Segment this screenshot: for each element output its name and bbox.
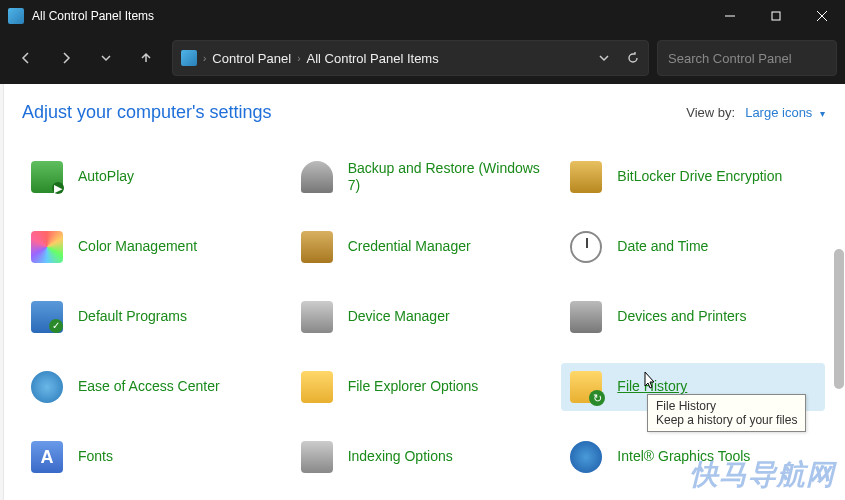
window-title: All Control Panel Items: [32, 9, 707, 23]
item-fonts[interactable]: AFonts: [22, 433, 286, 481]
tooltip-title: File History: [656, 399, 797, 413]
item-label: Color Management: [78, 238, 197, 256]
search-input[interactable]: [668, 51, 836, 66]
item-label: Default Programs: [78, 308, 187, 326]
item-label: Ease of Access Center: [78, 378, 220, 396]
close-button[interactable]: [799, 0, 845, 32]
color-icon: [30, 230, 64, 264]
default-icon: [30, 300, 64, 334]
item-devprint[interactable]: Devices and Printers: [561, 293, 825, 341]
devprint-icon: [569, 300, 603, 334]
app-icon: [8, 8, 24, 24]
tooltip: File History Keep a history of your file…: [647, 394, 806, 432]
item-date[interactable]: Date and Time: [561, 223, 825, 271]
svg-rect-1: [772, 12, 780, 20]
address-bar[interactable]: › Control Panel › All Control Panel Item…: [172, 40, 649, 76]
item-label: Backup and Restore (Windows 7): [348, 160, 548, 195]
breadcrumb-control-panel[interactable]: Control Panel: [212, 51, 291, 66]
search-box[interactable]: [657, 40, 837, 76]
item-label: File Explorer Options: [348, 378, 479, 396]
viewby-label: View by:: [686, 105, 735, 120]
ease-icon: [30, 370, 64, 404]
date-icon: [569, 230, 603, 264]
item-device[interactable]: Device Manager: [292, 293, 556, 341]
tooltip-desc: Keep a history of your files: [656, 413, 797, 427]
titlebar: All Control Panel Items: [0, 0, 845, 32]
folder-icon: [300, 370, 334, 404]
recent-dropdown[interactable]: [88, 40, 124, 76]
fonts-icon: A: [30, 440, 64, 474]
items-grid: AutoPlayBackup and Restore (Windows 7)Bi…: [22, 153, 825, 500]
breadcrumb-all-items[interactable]: All Control Panel Items: [306, 51, 438, 66]
intel-icon: [569, 440, 603, 474]
header-row: Adjust your computer's settings View by:…: [22, 102, 825, 123]
filehist-icon: [569, 370, 603, 404]
item-label: AutoPlay: [78, 168, 134, 186]
index-icon: [300, 440, 334, 474]
control-panel-icon: [181, 50, 197, 66]
item-bitlocker[interactable]: BitLocker Drive Encryption: [561, 153, 825, 201]
item-label: BitLocker Drive Encryption: [617, 168, 782, 186]
item-label: Date and Time: [617, 238, 708, 256]
item-label: Indexing Options: [348, 448, 453, 466]
scrollbar-thumb[interactable]: [834, 249, 844, 389]
item-autoplay[interactable]: AutoPlay: [22, 153, 286, 201]
refresh-button[interactable]: [626, 51, 640, 65]
chevron-down-icon: ▾: [820, 108, 825, 119]
item-backup[interactable]: Backup and Restore (Windows 7): [292, 153, 556, 201]
item-label: Intel® Graphics Tools: [617, 448, 750, 466]
address-dropdown[interactable]: [598, 52, 610, 64]
autoplay-icon: [30, 160, 64, 194]
item-intel[interactable]: Intel® Graphics Tools: [561, 433, 825, 481]
item-label: Device Manager: [348, 308, 450, 326]
navbar: › Control Panel › All Control Panel Item…: [0, 32, 845, 84]
device-icon: [300, 300, 334, 334]
item-index[interactable]: Indexing Options: [292, 433, 556, 481]
maximize-button[interactable]: [753, 0, 799, 32]
item-default[interactable]: Default Programs: [22, 293, 286, 341]
window-controls: [707, 0, 845, 32]
item-label: Devices and Printers: [617, 308, 746, 326]
item-cred[interactable]: Credential Manager: [292, 223, 556, 271]
item-label: Credential Manager: [348, 238, 471, 256]
forward-button[interactable]: [48, 40, 84, 76]
viewby-value: Large icons: [745, 105, 812, 120]
page-title: Adjust your computer's settings: [22, 102, 686, 123]
viewby-dropdown[interactable]: Large icons ▾: [745, 105, 825, 120]
item-label: Fonts: [78, 448, 113, 466]
back-button[interactable]: [8, 40, 44, 76]
chevron-right-icon: ›: [203, 53, 206, 64]
cred-icon: [300, 230, 334, 264]
main-panel: Adjust your computer's settings View by:…: [4, 84, 845, 500]
bitlocker-icon: [569, 160, 603, 194]
content-area: Adjust your computer's settings View by:…: [0, 84, 845, 500]
item-ease[interactable]: Ease of Access Center: [22, 363, 286, 411]
chevron-right-icon: ›: [297, 53, 300, 64]
item-color[interactable]: Color Management: [22, 223, 286, 271]
item-folder[interactable]: File Explorer Options: [292, 363, 556, 411]
minimize-button[interactable]: [707, 0, 753, 32]
backup-icon: [300, 160, 334, 194]
up-button[interactable]: [128, 40, 164, 76]
